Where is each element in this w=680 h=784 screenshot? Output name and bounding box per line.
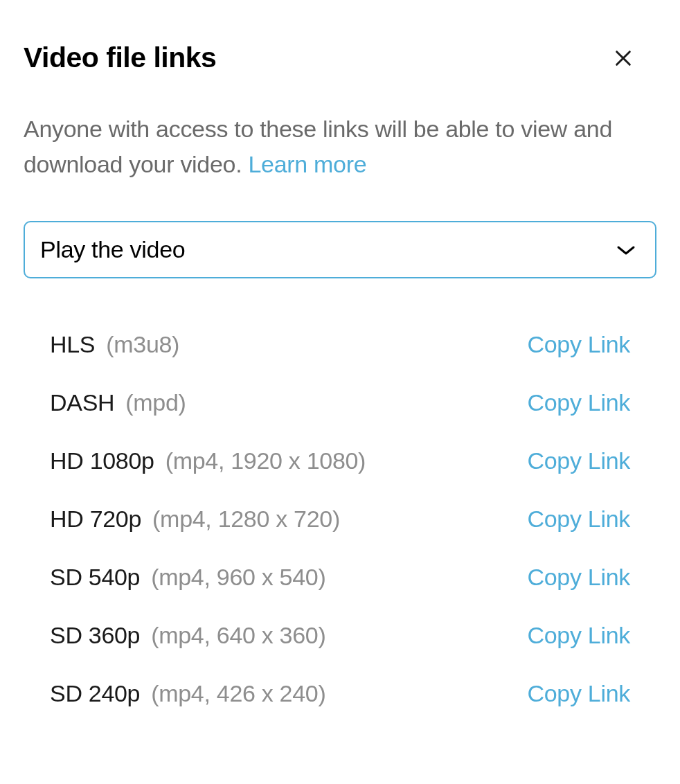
- copy-link-button[interactable]: Copy Link: [528, 564, 631, 591]
- chevron-down-icon: [616, 244, 636, 256]
- link-format: (mp4, 640 x 360): [151, 622, 325, 649]
- list-item: DASH (mpd) Copy Link: [50, 389, 630, 416]
- link-label-group: HLS (m3u8): [50, 331, 179, 358]
- dialog-header: Video file links: [24, 42, 656, 74]
- copy-link-button[interactable]: Copy Link: [528, 680, 631, 707]
- copy-link-button[interactable]: Copy Link: [528, 331, 631, 358]
- link-format: (m3u8): [106, 331, 179, 358]
- link-label-group: SD 240p (mp4, 426 x 240): [50, 680, 325, 707]
- link-label-group: HD 720p (mp4, 1280 x 720): [50, 506, 340, 533]
- link-name: HLS: [50, 331, 95, 358]
- link-name: SD 360p: [50, 622, 140, 649]
- link-name: HD 1080p: [50, 447, 154, 474]
- link-name: SD 540p: [50, 564, 140, 591]
- link-name: HD 720p: [50, 506, 141, 533]
- copy-link-button[interactable]: Copy Link: [528, 506, 631, 533]
- link-format: (mp4, 960 x 540): [151, 564, 325, 591]
- link-format: (mp4, 1920 x 1080): [165, 447, 366, 474]
- link-label-group: SD 360p (mp4, 640 x 360): [50, 622, 325, 649]
- list-item: SD 540p (mp4, 960 x 540) Copy Link: [50, 564, 630, 591]
- learn-more-link[interactable]: Learn more: [248, 151, 366, 177]
- video-links-list: HLS (m3u8) Copy Link DASH (mpd) Copy Lin…: [24, 331, 656, 707]
- copy-link-button[interactable]: Copy Link: [528, 389, 631, 416]
- copy-link-button[interactable]: Copy Link: [528, 622, 631, 649]
- dialog-title: Video file links: [24, 42, 216, 74]
- dialog-description: Anyone with access to these links will b…: [24, 112, 656, 182]
- dropdown-selected-label: Play the video: [40, 236, 185, 263]
- playback-dropdown[interactable]: Play the video: [24, 221, 656, 278]
- link-label-group: SD 540p (mp4, 960 x 540): [50, 564, 325, 591]
- link-format: (mp4, 1280 x 720): [152, 506, 340, 533]
- link-format: (mp4, 426 x 240): [151, 680, 325, 707]
- link-label-group: HD 1080p (mp4, 1920 x 1080): [50, 447, 366, 474]
- link-label-group: DASH (mpd): [50, 389, 186, 416]
- link-name: DASH: [50, 389, 114, 416]
- close-icon[interactable]: [611, 46, 636, 71]
- list-item: HLS (m3u8) Copy Link: [50, 331, 630, 358]
- list-item: SD 360p (mp4, 640 x 360) Copy Link: [50, 622, 630, 649]
- list-item: HD 720p (mp4, 1280 x 720) Copy Link: [50, 506, 630, 533]
- list-item: SD 240p (mp4, 426 x 240) Copy Link: [50, 680, 630, 707]
- link-name: SD 240p: [50, 680, 140, 707]
- copy-link-button[interactable]: Copy Link: [528, 447, 631, 474]
- list-item: HD 1080p (mp4, 1920 x 1080) Copy Link: [50, 447, 630, 474]
- link-format: (mpd): [125, 389, 186, 416]
